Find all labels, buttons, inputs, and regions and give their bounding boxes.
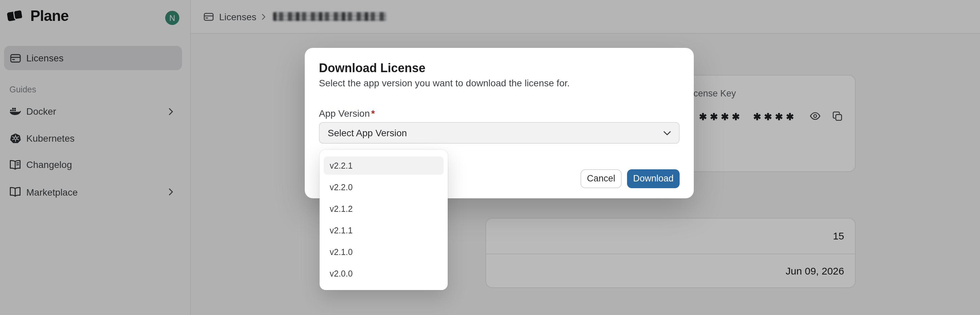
app-root: Plane N Licenses Guides <box>0 0 980 315</box>
dropdown-option[interactable]: v2.0.0 <box>324 264 444 283</box>
modal-title: Download License <box>319 61 425 76</box>
cancel-button[interactable]: Cancel <box>581 169 622 188</box>
select-placeholder: Select App Version <box>328 127 407 138</box>
app-version-dropdown: v2.2.1 v2.2.0 v2.1.2 v2.1.1 v2.1.0 v2.0.… <box>320 150 448 290</box>
chevron-down-icon <box>663 130 671 135</box>
dropdown-option[interactable]: v2.2.1 <box>324 156 444 175</box>
dropdown-option[interactable]: v2.1.0 <box>324 243 444 261</box>
download-button[interactable]: Download <box>627 169 679 188</box>
dropdown-option[interactable]: v2.2.0 <box>324 178 444 196</box>
app-version-select[interactable]: Select App Version <box>319 122 679 144</box>
modal-subtitle: Select the app version you want to downl… <box>319 78 570 88</box>
app-version-label: App Version* <box>319 108 375 119</box>
dropdown-option[interactable]: v2.1.1 <box>324 221 444 239</box>
dropdown-option[interactable]: v2.1.2 <box>324 200 444 218</box>
required-asterisk: * <box>371 108 375 119</box>
